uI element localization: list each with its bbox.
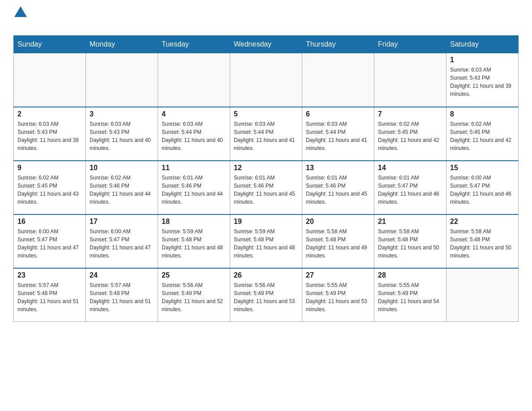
day-info: Sunrise: 6:02 AMSunset: 5:45 PMDaylight:… xyxy=(450,120,515,152)
day-number: 24 xyxy=(90,271,154,279)
calendar-cell: 22Sunrise: 5:58 AMSunset: 5:48 PMDayligh… xyxy=(446,214,519,268)
calendar-cell: 10Sunrise: 6:02 AMSunset: 5:46 PMDayligh… xyxy=(86,161,158,214)
calendar-cell: 2Sunrise: 6:03 AMSunset: 5:43 PMDaylight… xyxy=(14,107,86,161)
calendar-week-5: 23Sunrise: 5:57 AMSunset: 5:48 PMDayligh… xyxy=(14,268,519,322)
day-info: Sunrise: 6:03 AMSunset: 5:44 PMDaylight:… xyxy=(234,120,298,152)
day-number: 11 xyxy=(162,164,226,172)
day-number: 18 xyxy=(162,218,226,226)
calendar-cell: 18Sunrise: 5:59 AMSunset: 5:48 PMDayligh… xyxy=(158,214,230,268)
calendar-cell xyxy=(158,53,230,107)
calendar-cell: 13Sunrise: 6:01 AMSunset: 5:46 PMDayligh… xyxy=(302,161,374,214)
day-info: Sunrise: 6:01 AMSunset: 5:46 PMDaylight:… xyxy=(306,174,370,206)
day-number: 22 xyxy=(450,218,515,226)
day-info: Sunrise: 5:56 AMSunset: 5:49 PMDaylight:… xyxy=(234,281,298,313)
weekday-header-monday: Monday xyxy=(86,36,158,53)
day-info: Sunrise: 6:02 AMSunset: 5:45 PMDaylight:… xyxy=(17,174,82,206)
day-info: Sunrise: 6:03 AMSunset: 5:43 PMDaylight:… xyxy=(450,66,515,98)
calendar-cell: 25Sunrise: 5:56 AMSunset: 5:49 PMDayligh… xyxy=(158,268,230,322)
day-info: Sunrise: 5:58 AMSunset: 5:48 PMDaylight:… xyxy=(378,227,442,260)
calendar-cell: 4Sunrise: 6:03 AMSunset: 5:44 PMDaylight… xyxy=(158,107,230,161)
calendar-week-3: 9Sunrise: 6:02 AMSunset: 5:45 PMDaylight… xyxy=(14,161,519,214)
day-info: Sunrise: 5:57 AMSunset: 5:48 PMDaylight:… xyxy=(17,281,82,313)
calendar-cell xyxy=(302,53,374,107)
weekday-header-sunday: Sunday xyxy=(14,36,86,53)
calendar-table: SundayMondayTuesdayWednesdayThursdayFrid… xyxy=(13,35,519,322)
day-info: Sunrise: 6:03 AMSunset: 5:44 PMDaylight:… xyxy=(162,120,226,152)
day-info: Sunrise: 5:56 AMSunset: 5:49 PMDaylight:… xyxy=(162,281,226,313)
day-number: 13 xyxy=(306,164,370,172)
calendar-cell xyxy=(14,53,86,107)
day-info: Sunrise: 6:03 AMSunset: 5:43 PMDaylight:… xyxy=(90,120,154,152)
day-number: 10 xyxy=(90,164,154,172)
calendar-cell: 20Sunrise: 5:58 AMSunset: 5:48 PMDayligh… xyxy=(302,214,374,268)
day-number: 7 xyxy=(378,110,442,118)
day-number: 14 xyxy=(378,164,442,172)
page-header xyxy=(13,9,519,31)
day-info: Sunrise: 5:57 AMSunset: 5:49 PMDaylight:… xyxy=(90,281,154,313)
day-info: Sunrise: 5:59 AMSunset: 5:48 PMDaylight:… xyxy=(162,227,226,260)
calendar-cell: 26Sunrise: 5:56 AMSunset: 5:49 PMDayligh… xyxy=(230,268,302,322)
day-number: 26 xyxy=(234,271,298,279)
calendar-cell xyxy=(86,53,158,107)
day-number: 21 xyxy=(378,218,442,226)
day-number: 16 xyxy=(17,218,82,226)
day-number: 9 xyxy=(17,164,82,172)
day-info: Sunrise: 6:03 AMSunset: 5:44 PMDaylight:… xyxy=(306,120,370,152)
calendar-cell: 3Sunrise: 6:03 AMSunset: 5:43 PMDaylight… xyxy=(86,107,158,161)
calendar-cell: 1Sunrise: 6:03 AMSunset: 5:43 PMDaylight… xyxy=(446,53,519,107)
day-number: 8 xyxy=(450,110,515,118)
day-number: 2 xyxy=(17,110,82,118)
day-info: Sunrise: 6:03 AMSunset: 5:43 PMDaylight:… xyxy=(17,120,82,152)
logo-line2 xyxy=(13,17,27,31)
weekday-header-wednesday: Wednesday xyxy=(230,36,302,53)
calendar-cell: 12Sunrise: 6:01 AMSunset: 5:46 PMDayligh… xyxy=(230,161,302,214)
calendar-cell: 6Sunrise: 6:03 AMSunset: 5:44 PMDaylight… xyxy=(302,107,374,161)
calendar-cell: 11Sunrise: 6:01 AMSunset: 5:46 PMDayligh… xyxy=(158,161,230,214)
day-number: 23 xyxy=(17,271,82,279)
day-info: Sunrise: 5:59 AMSunset: 5:48 PMDaylight:… xyxy=(234,227,298,260)
calendar-cell: 16Sunrise: 6:00 AMSunset: 5:47 PMDayligh… xyxy=(14,214,86,268)
day-info: Sunrise: 6:01 AMSunset: 5:47 PMDaylight:… xyxy=(378,174,442,206)
day-number: 3 xyxy=(90,110,154,118)
calendar-cell: 28Sunrise: 5:55 AMSunset: 5:49 PMDayligh… xyxy=(374,268,446,322)
calendar-cell xyxy=(230,53,302,107)
day-number: 27 xyxy=(306,271,370,279)
weekday-header-tuesday: Tuesday xyxy=(158,36,230,53)
calendar-cell: 19Sunrise: 5:59 AMSunset: 5:48 PMDayligh… xyxy=(230,214,302,268)
calendar-cell: 14Sunrise: 6:01 AMSunset: 5:47 PMDayligh… xyxy=(374,161,446,214)
day-number: 20 xyxy=(306,218,370,226)
weekday-header-row: SundayMondayTuesdayWednesdayThursdayFrid… xyxy=(14,36,519,53)
day-info: Sunrise: 5:55 AMSunset: 5:49 PMDaylight:… xyxy=(306,281,370,313)
day-number: 19 xyxy=(234,218,298,226)
day-number: 4 xyxy=(162,110,226,118)
day-number: 15 xyxy=(450,164,515,172)
calendar-cell: 5Sunrise: 6:03 AMSunset: 5:44 PMDaylight… xyxy=(230,107,302,161)
calendar-week-2: 2Sunrise: 6:03 AMSunset: 5:43 PMDaylight… xyxy=(14,107,519,161)
weekday-header-saturday: Saturday xyxy=(446,36,519,53)
calendar-cell: 7Sunrise: 6:02 AMSunset: 5:45 PMDaylight… xyxy=(374,107,446,161)
day-number: 28 xyxy=(378,271,442,279)
day-info: Sunrise: 5:58 AMSunset: 5:48 PMDaylight:… xyxy=(450,227,515,260)
calendar-cell xyxy=(446,268,519,322)
day-info: Sunrise: 6:01 AMSunset: 5:46 PMDaylight:… xyxy=(162,174,226,206)
day-info: Sunrise: 6:00 AMSunset: 5:47 PMDaylight:… xyxy=(450,174,515,206)
logo-triangle-icon xyxy=(14,6,27,17)
day-info: Sunrise: 6:02 AMSunset: 5:45 PMDaylight:… xyxy=(378,120,442,152)
calendar-cell xyxy=(374,53,446,107)
day-info: Sunrise: 5:58 AMSunset: 5:48 PMDaylight:… xyxy=(306,227,370,260)
day-number: 5 xyxy=(234,110,298,118)
day-number: 12 xyxy=(234,164,298,172)
calendar-cell: 8Sunrise: 6:02 AMSunset: 5:45 PMDaylight… xyxy=(446,107,519,161)
logo-line1 xyxy=(13,9,27,17)
calendar-cell: 27Sunrise: 5:55 AMSunset: 5:49 PMDayligh… xyxy=(302,268,374,322)
day-info: Sunrise: 6:01 AMSunset: 5:46 PMDaylight:… xyxy=(234,174,298,206)
calendar-cell: 23Sunrise: 5:57 AMSunset: 5:48 PMDayligh… xyxy=(14,268,86,322)
weekday-header-thursday: Thursday xyxy=(302,36,374,53)
logo xyxy=(13,9,27,31)
day-info: Sunrise: 6:02 AMSunset: 5:46 PMDaylight:… xyxy=(90,174,154,206)
day-info: Sunrise: 6:00 AMSunset: 5:47 PMDaylight:… xyxy=(17,227,82,260)
calendar-week-1: 1Sunrise: 6:03 AMSunset: 5:43 PMDaylight… xyxy=(14,53,519,107)
calendar-week-4: 16Sunrise: 6:00 AMSunset: 5:47 PMDayligh… xyxy=(14,214,519,268)
day-number: 1 xyxy=(450,56,515,64)
day-number: 17 xyxy=(90,218,154,226)
